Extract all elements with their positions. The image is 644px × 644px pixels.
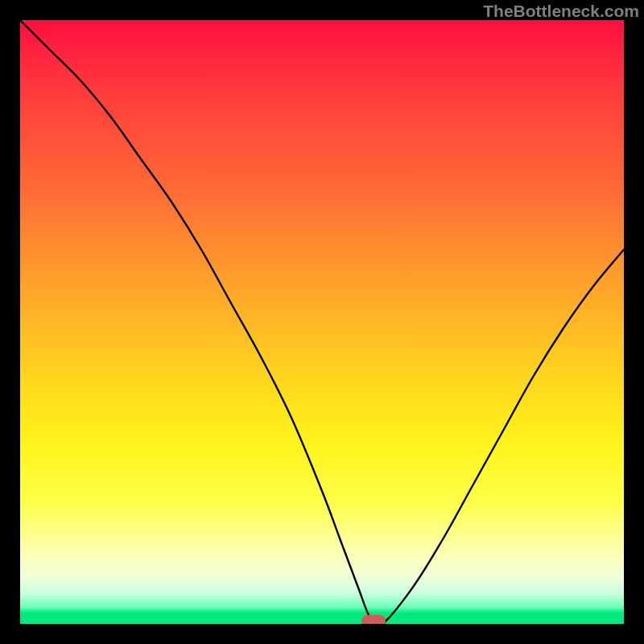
bottleneck-curve: [20, 20, 624, 624]
optimal-point-marker: [361, 615, 386, 624]
chart-frame: TheBottleneck.com: [0, 0, 644, 644]
watermark-text: TheBottleneck.com: [483, 2, 639, 21]
plot-area: [20, 20, 624, 624]
